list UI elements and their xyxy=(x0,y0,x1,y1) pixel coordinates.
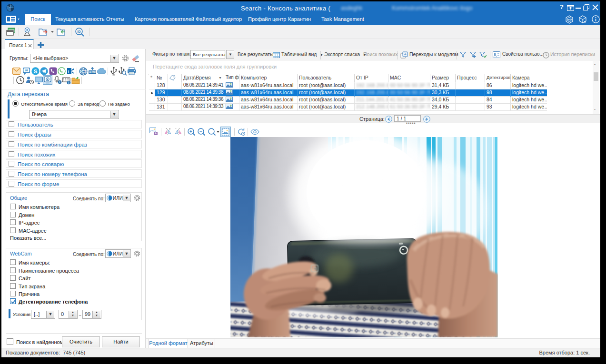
svg-text:L: L xyxy=(68,69,71,74)
svg-text:i: i xyxy=(69,81,70,84)
svg-text:IM: IM xyxy=(25,69,28,72)
svg-text:S: S xyxy=(34,69,38,74)
svg-text:i: i xyxy=(60,80,60,84)
svg-text:ID: ID xyxy=(78,30,81,33)
svg-text:FTP: FTP xyxy=(91,71,96,74)
svg-text:API: API xyxy=(568,19,571,21)
svg-text:HTTP: HTTP xyxy=(80,70,86,73)
